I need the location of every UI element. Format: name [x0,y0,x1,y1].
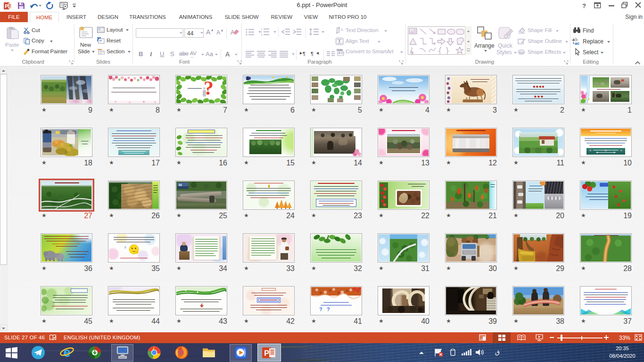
svg-text:P: P [264,349,269,357]
svg-text:¨: ¨ [449,350,450,354]
svg-text:?: ? [582,2,586,9]
